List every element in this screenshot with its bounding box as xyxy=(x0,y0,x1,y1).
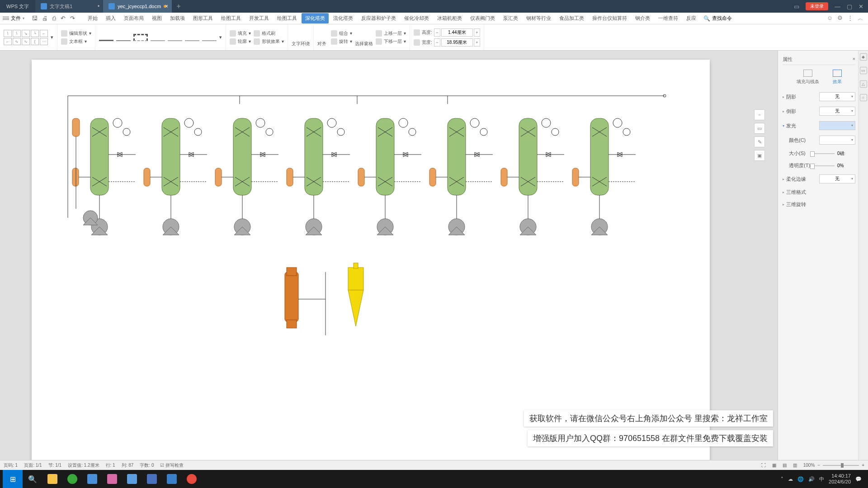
ribbon-tab[interactable]: 食品加工类 xyxy=(556,13,588,23)
browser-button[interactable] xyxy=(62,470,82,488)
ribbon-tab[interactable]: 钢材等行业 xyxy=(523,13,555,23)
login-button[interactable]: 未登录 xyxy=(806,2,828,10)
zoom-out-button[interactable]: − xyxy=(754,109,765,120)
ribbon-tab[interactable]: 催化冷却类 xyxy=(401,13,433,23)
side-tab-1[interactable]: ◆ xyxy=(860,53,867,61)
ribbon-tab[interactable]: 开始 xyxy=(84,13,101,23)
prop-3drot[interactable]: ▸三维旋转 xyxy=(783,201,806,208)
color-dropdown[interactable] xyxy=(819,136,855,145)
ribbon-tab[interactable]: 页面布局 xyxy=(120,13,147,23)
shapes-gallery[interactable]: \\↘└⌐ ⌐∿∿{⋯ ▾ xyxy=(0,24,57,50)
collapse-ribbon-icon[interactable]: ︿ xyxy=(858,14,863,23)
smiley-icon[interactable]: ☺ xyxy=(827,14,833,23)
record-button[interactable] xyxy=(182,470,202,488)
notifications-icon[interactable]: 💬 xyxy=(855,476,862,482)
up-layer-button[interactable]: 上移一层▾ xyxy=(376,30,406,37)
status-spell[interactable]: ☑ 拼写检查 xyxy=(160,462,184,469)
process-diagram[interactable] xyxy=(50,82,674,335)
tray-volume-icon[interactable]: 🔊 xyxy=(808,476,815,482)
shadow-dropdown[interactable]: 无 xyxy=(819,92,855,101)
view-fullscreen-icon[interactable]: ⛶ xyxy=(761,463,766,468)
explorer-button[interactable] xyxy=(42,470,62,488)
tray-ime-icon[interactable]: 中 xyxy=(819,476,824,483)
textbox-button[interactable]: 文本框▾ xyxy=(61,38,91,45)
size-slider[interactable] xyxy=(810,153,835,154)
prop-glow[interactable]: ▾发光 xyxy=(783,122,796,129)
increment-button[interactable]: + xyxy=(474,38,480,47)
side-tab-2[interactable]: ▭ xyxy=(860,67,867,74)
ribbon-tab[interactable]: 冰箱机柜类 xyxy=(434,13,466,23)
decrement-button[interactable]: − xyxy=(434,38,440,47)
shape-effect-button[interactable]: 形状效果▾ xyxy=(254,38,284,45)
clock[interactable]: 14:40:172024/6/20 xyxy=(829,473,851,485)
workspace[interactable]: − ▭ ✎ ▣ 获取软件，请在微信公众号右上角添加公众号 里搜索：龙祥工作室 增… xyxy=(0,51,778,460)
glow-dropdown[interactable] xyxy=(819,121,855,130)
ribbon-tab[interactable]: 绘图工具 xyxy=(274,13,301,23)
app-button-4[interactable] xyxy=(162,470,182,488)
tab-effects[interactable]: 效果 xyxy=(833,70,842,85)
tray-onedrive-icon[interactable]: ☁ xyxy=(788,476,793,482)
maximize-button[interactable]: ▢ xyxy=(847,3,852,10)
side-tab-4[interactable]: ○ xyxy=(860,94,867,101)
print-icon[interactable]: 🖨 xyxy=(42,15,48,22)
ribbon-tab[interactable]: 操作台仪知算符 xyxy=(589,13,631,23)
ribbon-tab[interactable]: 加载项 xyxy=(166,13,189,23)
redo-icon[interactable]: ↷ xyxy=(70,15,75,22)
app-button-1[interactable] xyxy=(82,470,102,488)
gear-icon[interactable]: ⚙ xyxy=(837,14,843,23)
selection-tool-button[interactable]: ▣ xyxy=(754,150,765,161)
rotate-button[interactable]: 旋转▾ xyxy=(331,38,352,45)
status-page[interactable]: 页码: 1 xyxy=(4,462,18,469)
document-tab[interactable]: 文字文稿1 • xyxy=(35,0,103,13)
close-button[interactable]: ✕ xyxy=(859,3,863,10)
fill-button[interactable]: 填充▾ xyxy=(230,30,251,37)
soft-dropdown[interactable]: 无 xyxy=(819,174,855,183)
down-layer-button[interactable]: 下移一层▾ xyxy=(376,38,406,45)
prop-reflect[interactable]: ▸倒影 xyxy=(783,108,796,115)
save-icon[interactable]: 🖫 xyxy=(32,15,38,22)
zoom-control[interactable]: 100%−+ xyxy=(803,463,864,468)
document-tab-active[interactable]: yec_jcyeccp1.docm × xyxy=(103,0,172,13)
group-button[interactable]: 组合▾ xyxy=(331,30,352,37)
status-chars[interactable]: 字数: 0 xyxy=(140,462,154,469)
edit-tool-button[interactable]: ✎ xyxy=(754,136,765,147)
tab-fill-line[interactable]: 填充与线条 xyxy=(797,70,819,85)
line-style-gallery[interactable]: ▾ xyxy=(95,24,226,50)
height-input[interactable] xyxy=(441,28,473,37)
status-pages[interactable]: 页面: 1/1 xyxy=(24,462,42,469)
prop-3d[interactable]: ▸三维格式 xyxy=(783,189,806,196)
text-wrap-button[interactable]: 文字环绕 xyxy=(292,28,310,47)
view-print-icon[interactable]: ▦ xyxy=(772,463,776,468)
search-button[interactable]: 🔍 xyxy=(23,470,42,488)
start-button[interactable]: ⊞ xyxy=(3,470,23,488)
align-button[interactable]: 对齐 xyxy=(317,28,328,47)
ribbon-tab[interactable]: 视图 xyxy=(148,13,165,23)
prop-soft[interactable]: ▸柔化边缘 xyxy=(783,176,806,183)
trans-slider[interactable] xyxy=(810,165,835,166)
view-outline-icon[interactable]: ▥ xyxy=(793,463,797,468)
preview-icon[interactable]: ⎙ xyxy=(52,15,56,22)
view-web-icon[interactable]: ▤ xyxy=(783,463,787,468)
ribbon-tab[interactable]: 深化塔类 xyxy=(302,13,329,23)
expand-icon[interactable]: ▾ xyxy=(51,34,53,40)
more-icon[interactable]: ⋮ xyxy=(847,14,853,23)
edit-shape-button[interactable]: 编辑形状▾ xyxy=(61,30,91,37)
ribbon-tab[interactable]: 绘图工具 xyxy=(217,13,245,23)
format-painter-button[interactable]: 格式刷 xyxy=(254,30,284,37)
ribbon-tab[interactable]: 插入 xyxy=(102,13,119,23)
close-icon[interactable]: × xyxy=(165,3,168,9)
ribbon-tab[interactable]: 反应器和炉子类 xyxy=(358,13,400,23)
increment-button[interactable]: + xyxy=(474,28,480,37)
app-button-3[interactable] xyxy=(122,470,142,488)
tray-chevron-icon[interactable]: ˄ xyxy=(781,476,783,482)
ribbon-tab[interactable]: 钢介类 xyxy=(632,13,654,23)
close-icon[interactable]: • xyxy=(98,3,99,9)
prop-shadow[interactable]: ▸阴影 xyxy=(783,94,796,100)
ribbon-tab[interactable]: 泵汇类 xyxy=(500,13,522,23)
outline-button[interactable]: 轮廓▾ xyxy=(230,38,251,45)
ribbon-tab[interactable]: 仪表阀门类 xyxy=(467,13,499,23)
tray-network-icon[interactable]: 🌐 xyxy=(797,476,804,482)
app-button-2[interactable] xyxy=(102,470,122,488)
selection-pane-button[interactable]: 选择窗格 xyxy=(355,28,373,47)
width-input[interactable] xyxy=(441,38,473,47)
